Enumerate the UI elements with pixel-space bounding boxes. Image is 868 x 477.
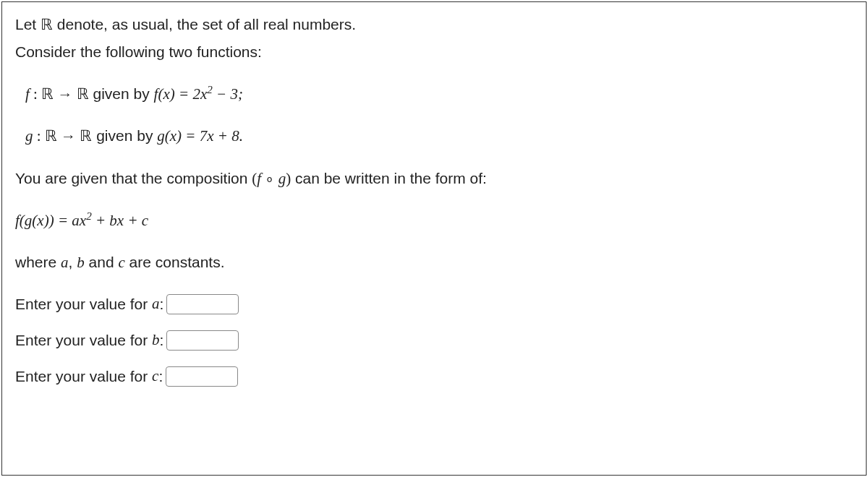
function-f-definition: f : ℝ → ℝ given by f(x) = 2x2 − 3; xyxy=(25,83,853,105)
input-row-a: Enter your value for a: xyxy=(15,294,853,314)
intro-line-1: Let ℝ denote, as usual, the set of all r… xyxy=(15,14,853,35)
f-expression-pre: f(x) = 2x xyxy=(154,85,208,103)
constants-post: are constants. xyxy=(125,254,225,270)
input-row-b: Enter your value for b: xyxy=(15,330,853,351)
input-row-c: Enter your value for c: xyxy=(15,366,853,387)
form-lhs: f(g(x)) = ax xyxy=(15,212,86,229)
g-symbol: g xyxy=(25,127,33,145)
given-by-text: given by xyxy=(92,127,157,144)
constants-statement: where a, b and c are constants. xyxy=(15,252,853,273)
circ-icon: ∘ xyxy=(261,170,278,187)
g-symbol: g xyxy=(278,170,286,187)
input-b[interactable] xyxy=(166,330,239,351)
prompt-c-pre: Enter your value for xyxy=(15,368,152,385)
c-symbol: c xyxy=(118,254,124,271)
input-a[interactable] xyxy=(166,294,239,314)
comp-text-post: can be written in the form of: xyxy=(291,170,487,186)
prompt-a-pre: Enter your value for xyxy=(15,296,152,313)
b-symbol: b xyxy=(77,254,85,271)
colon: : xyxy=(33,127,45,145)
where-text: where xyxy=(15,254,61,270)
prompt-c-colon: : xyxy=(158,368,163,385)
function-g-definition: g : ℝ → ℝ given by g(x) = 7x + 8. xyxy=(25,125,853,147)
prompt-b-colon: : xyxy=(160,332,164,349)
c-symbol: c xyxy=(152,367,158,385)
and-text: and xyxy=(85,254,119,270)
a-symbol: a xyxy=(152,295,160,313)
b-symbol: b xyxy=(152,331,160,349)
form-rhs: + bx + c xyxy=(92,212,148,229)
real-symbol: ℝ xyxy=(45,127,57,145)
arrow-icon: → xyxy=(54,85,77,103)
question-container: Let ℝ denote, as usual, the set of all r… xyxy=(1,1,867,476)
real-symbol: ℝ xyxy=(41,85,54,103)
prompt-a-colon: : xyxy=(160,296,164,313)
intro-text-post: denote, as usual, the set of all real nu… xyxy=(53,16,356,33)
prompt-b-pre: Enter your value for xyxy=(15,332,152,349)
composition-form: f(g(x)) = ax2 + bx + c xyxy=(15,210,853,231)
intro-text-pre: Let xyxy=(15,16,41,33)
form-exponent: 2 xyxy=(86,210,92,222)
g-expression: g(x) = 7x + 8. xyxy=(157,127,243,145)
composition-statement: You are given that the composition (f ∘ … xyxy=(15,168,853,189)
given-by-text: given by xyxy=(89,85,154,102)
f-exponent: 2 xyxy=(207,84,213,95)
real-symbol: ℝ xyxy=(41,16,53,33)
real-symbol: ℝ xyxy=(80,127,92,145)
colon: : xyxy=(30,85,41,103)
comp-text-pre: You are given that the composition xyxy=(15,170,252,186)
arrow-icon: → xyxy=(57,127,80,145)
f-expression-post: − 3; xyxy=(213,85,243,103)
a-symbol: a xyxy=(61,254,69,271)
real-symbol: ℝ xyxy=(77,85,89,103)
sep: , xyxy=(69,254,77,270)
intro-line-2: Consider the following two functions: xyxy=(15,41,853,62)
input-c[interactable] xyxy=(166,366,238,387)
